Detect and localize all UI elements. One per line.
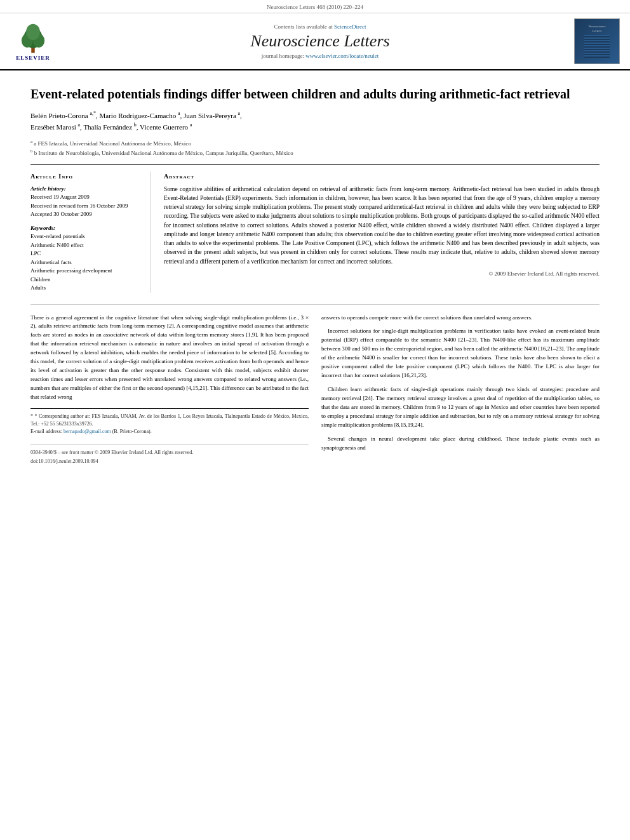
issn-line: 0304-3940/$ – see front matter © 2009 El…: [30, 449, 193, 457]
keyword-7: Adults: [30, 284, 142, 293]
journal-thumbnail: NeuroscienceLetters: [574, 18, 620, 64]
meta-bar: Neuroscience Letters 468 (2010) 220–224: [0, 0, 630, 13]
sciencedirect-link[interactable]: ScienceDirect: [334, 23, 366, 30]
article-info-abstract: Article Info Article history: Received 1…: [30, 171, 600, 293]
received-revised: Received in revised form 16 October 2009: [30, 203, 128, 209]
footnote-star: * * Corresponding author at: FES Iztacal…: [30, 413, 309, 428]
homepage-link[interactable]: www.elsevier.com/locate/neulet: [305, 53, 379, 59]
email-suffix: (B. Prieto-Corona).: [112, 429, 152, 434]
body-para-1: There is a general agreement in the cogn…: [30, 314, 309, 402]
article-title: Event-related potentials findings differ…: [30, 86, 600, 102]
footnotes: * * Corresponding author at: FES Iztacal…: [30, 408, 309, 436]
body-col-left: There is a general agreement in the cogn…: [30, 314, 309, 466]
keywords-section: Keywords: Event-related potentials Arith…: [30, 224, 142, 293]
footnote-email: E-mail address: bernapado@gmail.com (B. …: [30, 428, 309, 436]
history-label: Article history:: [30, 185, 66, 192]
divider-top: [30, 164, 600, 165]
article-info-header: Article Info: [30, 171, 142, 181]
keywords-label: Keywords:: [30, 225, 55, 231]
doi-line: doi:10.1016/j.neulet.2009.10.094: [30, 458, 309, 465]
keyword-2: Arithmetic N400 effect: [30, 241, 142, 250]
elsevier-logo: ELSEVIER: [10, 22, 56, 61]
authors-text: Belén Prieto-Corona a,*, Mario Rodríguez…: [30, 112, 242, 131]
journal-citation: Neuroscience Letters 468 (2010) 220–224: [267, 4, 363, 10]
keyword-6: Children: [30, 276, 142, 284]
body-columns: There is a general agreement in the cogn…: [30, 314, 600, 466]
journal-center: Contents lists available at ScienceDirec…: [66, 23, 574, 59]
body-col-right: answers to operands compete more with th…: [321, 314, 600, 466]
body-para-2: answers to operands compete more with th…: [321, 314, 600, 323]
contents-text: Contents lists available at: [274, 23, 333, 30]
homepage-text: journal homepage:: [262, 53, 304, 59]
received1: Received 19 August 2009: [30, 194, 90, 200]
journal-title: Neuroscience Letters: [66, 32, 574, 51]
keyword-5: Arithmetic processing development: [30, 267, 142, 276]
elsevier-tree-icon: [17, 22, 49, 53]
affil1: a a FES Iztacala, Universidad Nacional A…: [30, 138, 600, 149]
elsevier-label: ELSEVIER: [16, 55, 50, 61]
keyword-3: LPC: [30, 250, 142, 258]
abstract-text: Some cognitive abilities of arithmetical…: [164, 185, 600, 266]
body-para-5: Several changes in neural development ta…: [321, 435, 600, 453]
abstract-panel: Abstract Some cognitive abilities of ari…: [164, 171, 600, 293]
bottom-bar: 0304-3940/$ – see front matter © 2009 El…: [30, 444, 309, 457]
article-history: Article history: Received 19 August 2009…: [30, 185, 142, 219]
body-section: There is a general agreement in the cogn…: [30, 304, 600, 466]
contents-available-line: Contents lists available at ScienceDirec…: [66, 23, 574, 30]
journal-header: ELSEVIER Contents lists available at Sci…: [0, 13, 630, 70]
body-para-4: Children learn arithmetic facts of singl…: [321, 385, 600, 430]
authors-line: Belén Prieto-Corona a,*, Mario Rodríguez…: [30, 110, 600, 133]
keyword-1: Event-related potentials: [30, 232, 142, 241]
body-para-3: Incorrect solutions for single-digit mul…: [321, 327, 600, 380]
accepted: Accepted 30 October 2009: [30, 211, 92, 217]
email-link[interactable]: bernapado@gmail.com: [64, 429, 111, 434]
article-info-panel: Article Info Article history: Received 1…: [30, 171, 151, 293]
affiliations: a a FES Iztacala, Universidad Nacional A…: [30, 138, 600, 158]
affil2: b b Instituto de Neurobiología, Universi…: [30, 148, 600, 158]
journal-homepage-line: journal homepage: www.elsevier.com/locat…: [66, 53, 574, 59]
abstract-header: Abstract: [164, 171, 600, 181]
email-label: E-mail address:: [30, 429, 62, 434]
main-content: Event-related potentials findings differ…: [0, 70, 630, 476]
copyright-line: © 2009 Elsevier Ireland Ltd. All rights …: [164, 270, 600, 279]
keyword-4: Arithmetical facts: [30, 258, 142, 267]
